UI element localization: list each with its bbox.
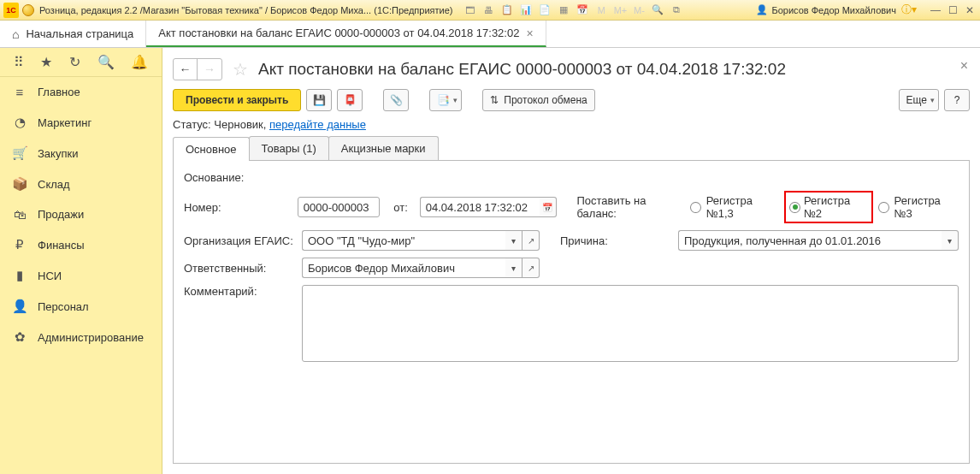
window-toolbar-icons: 🗔 🖶 📋 📊 📄 ▦ 📅 M M+ M- 🔍 ⧉ <box>463 3 683 17</box>
star-icon[interactable]: ★ <box>40 54 52 70</box>
minimize-button[interactable]: — <box>929 3 942 17</box>
save-button[interactable]: 💾 <box>306 89 332 111</box>
post-button[interactable]: 📮 <box>337 89 363 111</box>
tab-excise[interactable]: Акцизные марки <box>328 136 439 160</box>
post-and-close-button[interactable]: Провести и закрыть <box>173 89 301 111</box>
page-close-button[interactable]: × <box>960 58 968 74</box>
history-icon[interactable]: ↻ <box>69 54 80 70</box>
form-tab-bar: Основное Товары (1) Акцизные марки <box>173 136 970 161</box>
reason-dropdown-button[interactable]: ▾ <box>942 230 959 251</box>
document-toolbar: Провести и закрыть 💾 📮 📎 📑▾ ⇅Протокол об… <box>173 89 970 111</box>
doc-stack-icon: 📑 <box>437 94 450 106</box>
form-main-panel: Основание: Номер: 0000-000003 от: 04.04.… <box>173 161 970 464</box>
comment-textarea[interactable] <box>302 285 959 362</box>
search-icon[interactable]: 🔍 <box>97 54 115 70</box>
print-preview-icon[interactable]: 🗔 <box>463 3 476 17</box>
box-icon: 📦 <box>12 176 27 192</box>
tab-bar: ⌂ Начальная страница Акт постановки на б… <box>0 21 980 48</box>
radio-register-1-3[interactable] <box>690 202 701 213</box>
m-plus-icon[interactable]: M+ <box>613 3 627 17</box>
sidebar-item-sales[interactable]: 🛍Продажи <box>0 199 162 229</box>
status-label: Статус: <box>173 118 211 131</box>
org-dropdown-button[interactable]: ▾ <box>505 230 522 251</box>
home-icon: ⌂ <box>12 27 19 41</box>
calc-icon[interactable]: 📊 <box>519 3 533 17</box>
resp-label: Ответственный: <box>184 262 295 275</box>
tab-document[interactable]: Акт постановки на баланс ЕГАИС 0000-0000… <box>146 21 546 47</box>
sidebar: ⠿ ★ ↻ 🔍 🔔 ≡Главное ◔Маркетинг 🛒Закупки 📦… <box>0 48 162 474</box>
calendar-icon[interactable]: 📅 <box>576 3 589 17</box>
number-input[interactable]: 0000-000003 <box>298 197 381 217</box>
sidebar-item-label: Персонал <box>38 300 89 313</box>
sidebar-item-warehouse[interactable]: 📦Склад <box>0 169 162 199</box>
sidebar-item-label: Главное <box>38 86 80 98</box>
m-icon[interactable]: M <box>594 3 608 17</box>
user-name: Борисов Федор Михайлович <box>771 5 896 15</box>
radio-register-3[interactable] <box>878 202 889 213</box>
balance-label: Поставить на баланс: <box>576 194 683 220</box>
radio-register-2[interactable] <box>789 202 800 213</box>
status-line: Статус: Черновик, передайте данные <box>173 118 970 131</box>
nav-back-button[interactable]: ← <box>174 59 198 80</box>
tab-main[interactable]: Основное <box>173 137 250 161</box>
date-picker-button[interactable]: 📅 <box>540 197 557 217</box>
post-doc-icon: 📮 <box>344 94 357 106</box>
bag-icon: 🛍 <box>12 207 27 222</box>
sidebar-item-purchases[interactable]: 🛒Закупки <box>0 138 162 169</box>
info-icon[interactable]: ⓘ▾ <box>901 3 917 17</box>
save-floppy-icon: 💾 <box>313 94 326 106</box>
apps-icon[interactable]: ⠿ <box>14 54 24 70</box>
reports-button[interactable]: 📑▾ <box>429 89 462 111</box>
tab-close-icon[interactable]: × <box>526 27 533 40</box>
tab-goods[interactable]: Товары (1) <box>249 136 329 160</box>
ruble-icon: ₽ <box>12 237 27 252</box>
close-window-button[interactable]: ✕ <box>963 3 977 17</box>
org-label: Организация ЕГАИС: <box>184 234 295 247</box>
sidebar-item-marketing[interactable]: ◔Маркетинг <box>0 107 162 138</box>
attach-button[interactable]: 📎 <box>383 89 409 111</box>
zoom-icon[interactable]: 🔍 <box>651 3 664 17</box>
more-label: Еще <box>906 94 927 106</box>
gear-icon: ✿ <box>12 329 27 345</box>
sidebar-item-finance[interactable]: ₽Финансы <box>0 229 162 260</box>
reason-input[interactable]: Продукция, полученная до 01.01.2016 <box>678 230 942 251</box>
radio-2-label: Регистра №2 <box>804 194 868 220</box>
user-indicator[interactable]: 👤 Борисов Федор Михайлович <box>756 4 896 15</box>
sidebar-item-admin[interactable]: ✿Администрирование <box>0 322 162 353</box>
sidebar-item-label: Продажи <box>38 208 84 221</box>
file-icon[interactable]: 📄 <box>538 3 552 17</box>
nav-forward-button[interactable]: → <box>198 59 221 80</box>
date-input[interactable]: 04.04.2018 17:32:02 <box>420 197 540 217</box>
maximize-button[interactable]: ☐ <box>946 3 959 17</box>
org-input[interactable]: ООО "ТД "Чудо-мир" <box>302 230 505 251</box>
resp-open-button[interactable]: ↗ <box>522 258 540 278</box>
sidebar-item-personnel[interactable]: 👤Персонал <box>0 291 162 322</box>
window-title-bar: 1C Розница, редакция 2.2 /Магазин "Бытов… <box>0 0 980 21</box>
sidebar-item-label: Закупки <box>38 147 78 160</box>
chart-icon: ◔ <box>12 115 27 130</box>
balance-radio-group: Регистра №1,3 Регистра №2 Регистра №3 <box>690 191 959 223</box>
tab-home[interactable]: ⌂ Начальная страница <box>0 21 146 47</box>
status-link[interactable]: передайте данные <box>269 118 366 131</box>
bell-icon[interactable]: 🔔 <box>131 54 148 70</box>
clipboard-icon[interactable]: 📋 <box>500 3 514 17</box>
more-button[interactable]: Еще▾ <box>899 89 939 111</box>
grid-icon[interactable]: ▦ <box>557 3 570 17</box>
sidebar-item-label: НСИ <box>38 270 62 282</box>
sidebar-item-main[interactable]: ≡Главное <box>0 77 162 107</box>
favorite-star-icon[interactable]: ☆ <box>233 59 248 80</box>
menu-icon: ≡ <box>12 85 27 99</box>
help-button[interactable]: ? <box>944 89 970 111</box>
windows-icon[interactable]: ⧉ <box>670 3 683 17</box>
tab-document-label: Акт постановки на баланс ЕГАИС 0000-0000… <box>158 27 519 39</box>
protocol-button[interactable]: ⇅Протокол обмена <box>482 89 594 111</box>
sidebar-item-nsi[interactable]: ▮НСИ <box>0 260 162 291</box>
print-icon[interactable]: 🖶 <box>481 3 495 17</box>
resp-dropdown-button[interactable]: ▾ <box>505 258 522 278</box>
org-open-button[interactable]: ↗ <box>522 230 540 251</box>
sidebar-item-label: Склад <box>38 178 70 191</box>
user-icon: 👤 <box>756 4 768 15</box>
resp-input[interactable]: Борисов Федор Михайлович <box>302 258 505 278</box>
app-menu-drop-icon[interactable] <box>22 4 34 16</box>
m-minus-icon[interactable]: M- <box>632 3 646 17</box>
